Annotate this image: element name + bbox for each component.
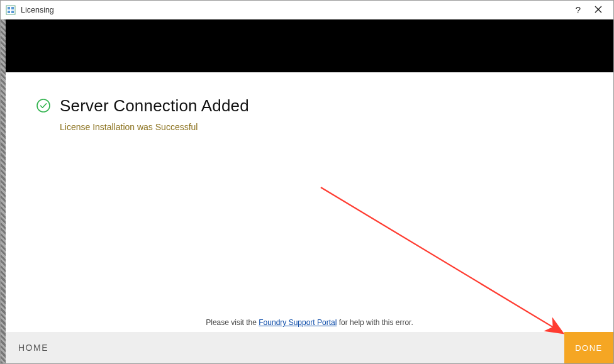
help-button[interactable]: ? bbox=[576, 4, 581, 15]
dialog-footer: HOME DONE bbox=[6, 332, 613, 363]
app-icon bbox=[6, 5, 16, 15]
home-button[interactable]: HOME bbox=[6, 332, 61, 363]
titlebar: Licensing ? bbox=[1, 1, 613, 19]
done-button[interactable]: DONE bbox=[564, 332, 613, 363]
help-line-prefix: Please visit the bbox=[206, 318, 259, 327]
help-line-suffix: for help with this error. bbox=[337, 318, 413, 327]
status-subtitle: License Installation was Successful bbox=[60, 122, 249, 132]
support-portal-link[interactable]: Foundry Support Portal bbox=[259, 318, 337, 327]
close-button[interactable] bbox=[594, 4, 602, 16]
status-row: Server Connection Added License Installa… bbox=[36, 96, 583, 132]
window-controls: ? bbox=[576, 4, 610, 16]
licensing-dialog: Licensing ? Server C bbox=[0, 0, 614, 364]
svg-point-7 bbox=[37, 99, 50, 112]
background-strip bbox=[1, 19, 6, 363]
success-check-icon bbox=[36, 98, 51, 116]
svg-rect-2 bbox=[11, 7, 14, 9]
window-title: Licensing bbox=[21, 6, 54, 14]
dialog-header bbox=[6, 19, 613, 72]
dialog-body: Server Connection Added License Installa… bbox=[6, 19, 613, 363]
help-line: Please visit the Foundry Support Portal … bbox=[6, 318, 613, 327]
content-area: Server Connection Added License Installa… bbox=[6, 72, 613, 332]
svg-rect-1 bbox=[8, 7, 10, 9]
status-title: Server Connection Added bbox=[60, 96, 249, 116]
svg-rect-3 bbox=[8, 11, 10, 13]
status-text-block: Server Connection Added License Installa… bbox=[60, 96, 249, 132]
svg-rect-4 bbox=[11, 11, 14, 13]
